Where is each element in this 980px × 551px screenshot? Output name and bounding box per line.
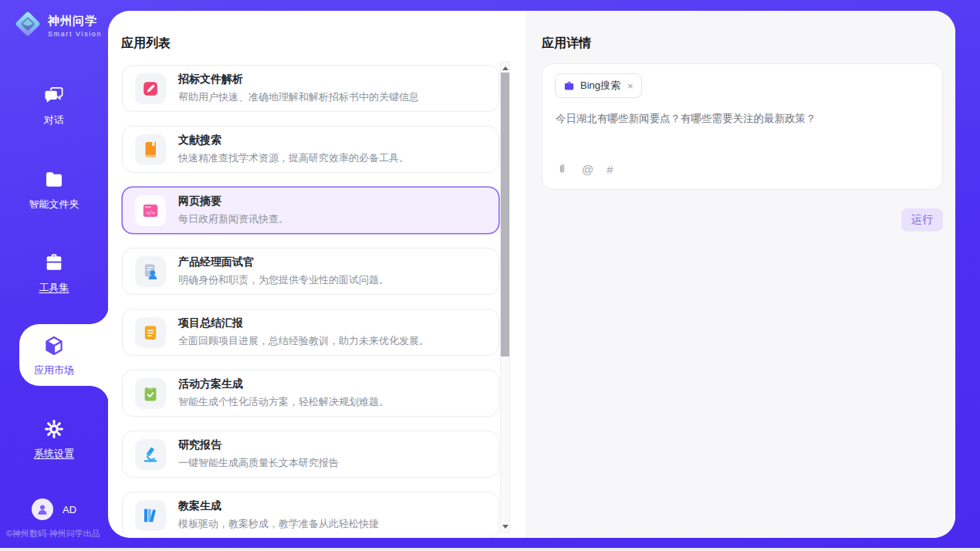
app-card-desc: 模板驱动，教案秒成，教学准备从此轻松快捷: [178, 517, 379, 531]
at-icon[interactable]: @: [582, 164, 593, 175]
app-card-desc: 快速精准查找学术资源，提高研究效率的必备工具。: [178, 151, 409, 165]
app-list-item-event-plan[interactable]: 活动方案生成 智能生成个性化活动方案，轻松解决规划难题。: [122, 370, 499, 417]
tag-close-button[interactable]: ×: [627, 81, 634, 91]
app-card-desc: 每日政府新闻资讯快查。: [178, 212, 289, 226]
app-list-item-research-report[interactable]: 研究报告 一键智能生成高质量长文本研究报告: [122, 431, 499, 478]
prompt-text[interactable]: 今日湖北有哪些新闻要点？有哪些需要关注的最新政策？: [556, 112, 926, 126]
app-card-desc: 明确身份和职责，为您提供专业性的面试问题。: [178, 273, 389, 287]
hash-icon[interactable]: #: [607, 164, 613, 175]
app-card-title: 教案生成: [178, 499, 379, 513]
svg-text:</>: </>: [146, 210, 155, 216]
app-list: 招标文件解析 帮助用户快速、准确地理解和解析招标书中的关键信息 文献搜索 快速精…: [122, 65, 499, 538]
cube-icon: [43, 335, 65, 357]
briefcase-icon: [563, 80, 575, 92]
notepad-icon: [135, 317, 166, 348]
prompt-card[interactable]: Bing搜索 × 今日湖北有哪些新闻要点？有哪些需要关注的最新政策？ @ #: [542, 63, 943, 190]
user-profile[interactable]: AD: [0, 499, 108, 520]
clipboard-check-icon: [135, 378, 166, 409]
attachment-toolbar: @ #: [556, 163, 613, 176]
sidebar-item-toolset[interactable]: 工具集: [0, 252, 108, 295]
tool-tag-bing-search[interactable]: Bing搜索 ×: [555, 73, 642, 98]
gear-icon: [43, 418, 65, 440]
sidebar-item-system-settings[interactable]: 系统设置: [0, 418, 108, 461]
webpage-icon: </>: [135, 195, 166, 226]
app-window: 神州问学 Smart Vision 对话 智能文件夹 工具集 应用市场 系统设置…: [0, 0, 980, 551]
scrollbar[interactable]: [500, 62, 510, 532]
microscope-icon: [135, 439, 166, 470]
scrollbar-down-button[interactable]: [501, 521, 509, 532]
app-list-item-web-summary[interactable]: </> 网页摘要 每日政府新闻资讯快查。: [122, 187, 499, 234]
app-list-item-bid-parse[interactable]: 招标文件解析 帮助用户快速、准确地理解和解析招标书中的关键信息: [122, 65, 499, 112]
sidebar-item-chat[interactable]: 对话: [0, 85, 108, 127]
folder-icon: [43, 169, 65, 191]
run-button[interactable]: 运行: [901, 208, 943, 232]
copyright-footer: ©神州数码·神州问学出品: [6, 528, 100, 539]
sidebar-item-label: 工具集: [0, 281, 108, 295]
scrollbar-thumb[interactable]: [501, 73, 509, 357]
app-list-item-project-report[interactable]: 项目总结汇报 全面回顾项目进展，总结经验教训，助力未来优化发展。: [122, 309, 499, 356]
app-card-title: 活动方案生成: [178, 377, 389, 391]
sidebar-item-app-market[interactable]: 应用市场: [0, 335, 108, 377]
chat-icon: [43, 85, 65, 106]
sidebar-item-smart-folder[interactable]: 智能文件夹: [0, 169, 108, 211]
sidebar-item-label: 对话: [0, 113, 108, 127]
arrow-up-icon: [502, 66, 509, 70]
app-list-item-lesson-plan[interactable]: 教案生成 模板驱动，教案秒成，教学准备从此轻松快捷: [122, 492, 499, 538]
books-icon: [135, 500, 166, 531]
app-card-title: 研究报告: [178, 438, 339, 452]
app-list-item-pm-interviewer[interactable]: 产品经理面试官 明确身份和职责，为您提供专业性的面试问题。: [122, 248, 499, 295]
content-panel: 应用列表 招标文件解析 帮助用户快速、准确地理解和解析招标书中的关键信息 文献搜…: [108, 11, 955, 538]
sidebar-item-label: 应用市场: [0, 363, 108, 377]
scrollbar-up-button[interactable]: [501, 63, 509, 73]
user-name: AD: [63, 504, 76, 516]
paperclip-icon[interactable]: [556, 163, 569, 176]
book-icon: [135, 134, 166, 165]
edit-doc-icon: [135, 73, 166, 104]
arrow-down-icon: [502, 525, 509, 529]
toolbox-icon: [43, 252, 65, 274]
sidebar-nav: 对话 智能文件夹 工具集 应用市场 系统设置: [0, 0, 108, 551]
app-detail-title: 应用详情: [542, 35, 591, 52]
app-card-desc: 一键智能生成高质量长文本研究报告: [178, 456, 339, 470]
app-list-item-literature-search[interactable]: 文献搜索 快速精准查找学术资源，提高研究效率的必备工具。: [122, 126, 499, 173]
app-card-desc: 智能生成个性化活动方案，轻松解决规划难题。: [178, 395, 389, 409]
avatar: [32, 499, 53, 520]
bottom-strip: [0, 548, 980, 551]
app-card-title: 网页摘要: [178, 194, 289, 208]
app-card-title: 产品经理面试官: [178, 255, 389, 269]
app-list-panel: 应用列表 招标文件解析 帮助用户快速、准确地理解和解析招标书中的关键信息 文献搜…: [108, 11, 525, 538]
sidebar-item-label: 智能文件夹: [0, 198, 108, 211]
app-card-desc: 全面回顾项目进展，总结经验教训，助力未来优化发展。: [178, 334, 429, 348]
app-card-title: 招标文件解析: [178, 73, 419, 86]
app-card-title: 文献搜索: [178, 134, 409, 147]
app-card-desc: 帮助用户快速、准确地理解和解析招标书中的关键信息: [178, 90, 419, 104]
interviewer-icon: [135, 256, 166, 287]
app-card-title: 项目总结汇报: [178, 316, 429, 330]
app-detail-panel: 应用详情 Bing搜索 × 今日湖北有哪些新闻要点？有哪些需要关注的最新政策？: [525, 11, 955, 538]
app-list-title: 应用列表: [121, 35, 171, 52]
tool-tag-label: Bing搜索: [580, 79, 620, 93]
sidebar-item-label: 系统设置: [0, 447, 108, 461]
